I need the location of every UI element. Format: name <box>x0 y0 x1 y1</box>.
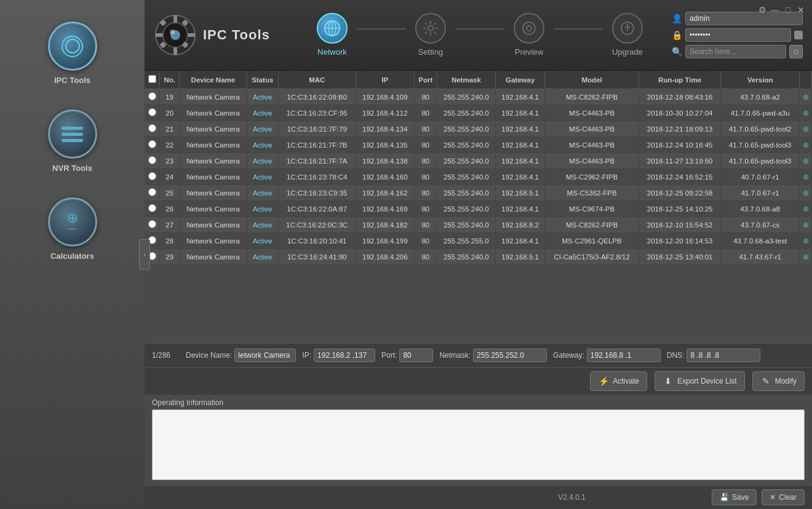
device-count: 1/286 <box>152 351 180 360</box>
nav-step-upgrade[interactable]: Upgrade <box>603 13 652 57</box>
select-all-checkbox[interactable] <box>148 75 156 83</box>
row-action[interactable]: ⊕ <box>800 169 812 185</box>
row-action[interactable]: ⊕ <box>800 233 812 249</box>
netmask-input[interactable] <box>473 349 547 362</box>
row-mac: 1C:C3:16:21:7F:7A <box>278 153 356 169</box>
row-netmask: 255.255.240.0 <box>437 121 495 137</box>
row-checkbox[interactable] <box>145 121 160 137</box>
auth-area: 👤 🔒 🔍 ⊙ <box>671 12 803 58</box>
table-row[interactable]: 23 Network Camera Active 1C:C3:16:21:7F:… <box>145 153 812 169</box>
row-action[interactable]: ⊕ <box>800 185 812 201</box>
row-device-name: Network Camera <box>180 153 247 169</box>
save-button[interactable]: 💾 Save <box>712 489 757 505</box>
table-row[interactable]: 21 Network Camera Active 1C:C3:16:21:7F:… <box>145 121 812 137</box>
restore-button[interactable]: □ <box>783 5 793 15</box>
row-gateway: 192.168.5.1 <box>495 185 544 201</box>
sidebar-item-calculators[interactable]: ⊕ — Calculators <box>17 188 128 270</box>
row-gateway: 192.168.4.1 <box>495 105 544 121</box>
table-row[interactable]: 28 Network Camera Active 1C:C3:16:20:10:… <box>145 233 812 249</box>
search-icon: 🔍 <box>671 46 682 57</box>
row-action[interactable]: ⊕ <box>800 217 812 233</box>
row-action[interactable]: ⊕ <box>800 105 812 121</box>
row-ip: 192.168.4.160 <box>356 169 414 185</box>
table-row[interactable]: 24 Network Camera Active 1C:C3:16:23:78:… <box>145 169 812 185</box>
user-icon: 👤 <box>671 13 682 24</box>
row-runup: 2018-12-24 10:16:45 <box>639 137 720 153</box>
search-button[interactable]: ⊙ <box>789 45 803 58</box>
row-select[interactable] <box>148 140 156 148</box>
export-button[interactable]: ⬇ Export Device List <box>655 371 745 391</box>
table-row[interactable]: 29 Network Camera Active 1C:C3:16:24:41:… <box>145 249 812 265</box>
table-scroll-container[interactable]: No. Device Name Status MAC IP Port Netma… <box>145 71 812 343</box>
nav-step-preview[interactable]: Preview <box>504 13 554 57</box>
row-action[interactable]: ⊕ <box>800 137 812 153</box>
gateway-input[interactable] <box>587 349 661 362</box>
svg-line-22 <box>434 32 436 34</box>
row-select[interactable] <box>148 172 156 180</box>
sidebar-collapse-button[interactable]: › <box>139 239 150 270</box>
row-version: 43.7.0.68-a2 <box>721 89 800 105</box>
row-gateway: 192.168.4.1 <box>495 137 544 153</box>
row-checkbox[interactable] <box>145 169 160 185</box>
settings-button[interactable]: ⚙ <box>757 5 767 15</box>
calc-icon: ⊕ — <box>48 197 97 247</box>
minimize-button[interactable]: — <box>770 5 780 15</box>
table-row[interactable]: 19 Network Camera Active 1C:C3:16:22:09:… <box>145 89 812 105</box>
row-version: 41.7.0.65-pwd-tool3 <box>721 153 800 169</box>
ip-input[interactable] <box>314 349 375 362</box>
nav-step-setting[interactable]: Setting <box>406 13 455 57</box>
svg-rect-5 <box>188 33 195 37</box>
row-model: MS-C2962-FIPB <box>545 169 639 185</box>
row-action[interactable]: ⊕ <box>800 89 812 105</box>
row-select[interactable] <box>148 108 156 116</box>
col-runup: Run-up Time <box>639 71 720 89</box>
table-row[interactable]: 25 Network Camera Active 1C:C3:16:23:C9:… <box>145 185 812 201</box>
nav-step-network[interactable]: Network <box>308 13 357 57</box>
password-input[interactable] <box>685 28 791 42</box>
row-netmask: 255.255.240.0 <box>437 249 495 265</box>
search-input[interactable] <box>685 45 786 58</box>
row-select[interactable] <box>148 92 156 100</box>
row-checkbox[interactable] <box>145 89 160 105</box>
row-action[interactable]: ⊕ <box>800 121 812 137</box>
row-mac: 1C:C3:16:22:0A:87 <box>278 201 356 217</box>
logo-icon <box>154 14 197 57</box>
row-checkbox[interactable] <box>145 153 160 169</box>
port-input[interactable] <box>399 349 433 362</box>
row-gateway: 192.168.8.2 <box>495 217 544 233</box>
device-name-input[interactable] <box>234 349 296 362</box>
row-no: 25 <box>160 185 180 201</box>
row-select[interactable] <box>148 204 156 212</box>
password-toggle[interactable] <box>794 31 803 39</box>
activate-button[interactable]: ⚡ Activate <box>590 371 647 391</box>
row-status: Active <box>247 233 278 249</box>
sidebar-item-ipc-tools[interactable]: IPC Tools <box>17 12 128 94</box>
row-checkbox[interactable] <box>145 185 160 201</box>
row-runup: 2018-10-30 10:27:04 <box>639 105 720 121</box>
row-action[interactable]: ⊕ <box>800 153 812 169</box>
row-device-name: Network Camera <box>180 201 247 217</box>
clear-button[interactable]: ✕ Clear <box>762 489 805 505</box>
row-checkbox[interactable] <box>145 137 160 153</box>
table-row[interactable]: 22 Network Camera Active 1C:C3:16:21:7F:… <box>145 137 812 153</box>
row-checkbox[interactable] <box>145 201 160 217</box>
row-checkbox[interactable] <box>145 105 160 121</box>
row-action[interactable]: ⊕ <box>800 201 812 217</box>
nav-step-preview-label: Preview <box>515 47 543 57</box>
row-select[interactable] <box>148 220 156 228</box>
row-select[interactable] <box>148 124 156 132</box>
modify-button[interactable]: ✎ Modify <box>752 371 805 391</box>
table-row[interactable]: 26 Network Camera Active 1C:C3:16:22:0A:… <box>145 201 812 217</box>
dns-input[interactable] <box>687 349 760 362</box>
table-row[interactable]: 20 Network Camera Active 1C:C3:16:23:CF:… <box>145 105 812 121</box>
row-select[interactable] <box>148 156 156 164</box>
row-select[interactable] <box>148 188 156 196</box>
row-netmask: 255.255.240.0 <box>437 89 495 105</box>
table-row[interactable]: 27 Network Camera Active 1C:C3:16:22:0C:… <box>145 217 812 233</box>
sidebar-item-nvr-tools[interactable]: NVR Tools <box>17 100 128 182</box>
close-button[interactable]: ✕ <box>796 5 806 15</box>
row-action[interactable]: ⊕ <box>800 249 812 265</box>
row-status: Active <box>247 217 278 233</box>
row-checkbox[interactable] <box>145 217 160 233</box>
row-model: MS-C4463-PB <box>545 137 639 153</box>
